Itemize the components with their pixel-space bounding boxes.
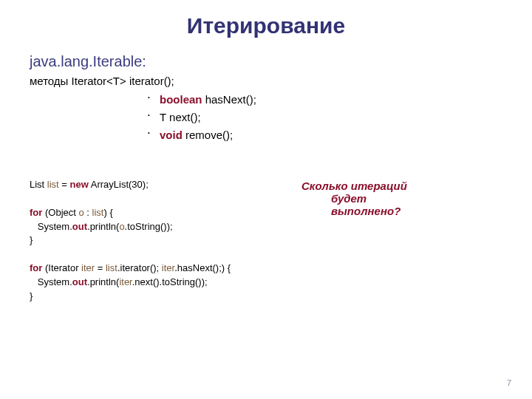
t: =: [59, 179, 70, 190]
t: iter: [162, 262, 174, 273]
t: list: [47, 179, 59, 190]
bullet-text: hasNext();: [202, 93, 256, 106]
question-line: Сколько итераций: [301, 180, 407, 192]
t: System.: [30, 276, 72, 287]
t: new: [70, 179, 89, 190]
iterable-heading: java.lang.Iterable:: [30, 53, 502, 70]
t: ArrayList(30);: [89, 179, 149, 190]
bullet-item: T next();: [148, 109, 502, 125]
t: }: [30, 234, 33, 245]
question-line: будет: [301, 192, 502, 205]
t: out: [72, 276, 87, 287]
bullet-item: void remove();: [148, 127, 502, 143]
method-bullets: boolean hasNext(); T next(); void remove…: [148, 92, 502, 143]
t: (Iterator: [42, 262, 81, 273]
t: iter: [81, 262, 95, 273]
t: .toString());: [125, 221, 173, 232]
t: (Object: [42, 207, 78, 218]
t: =: [95, 262, 106, 273]
t: for: [30, 207, 42, 218]
bullet-item: boolean hasNext();: [148, 92, 502, 107]
methods-line: методы Iterator<T> iterator();: [30, 75, 502, 87]
t: .println(: [87, 221, 119, 232]
slide: Итерирование java.lang.Iterable: методы …: [0, 0, 532, 399]
t: out: [72, 221, 87, 232]
t: for: [30, 262, 42, 273]
t: .println(: [87, 276, 119, 287]
columns: List list = new ArrayList(30); for (Obje…: [30, 178, 502, 304]
methods-prefix: методы: [30, 75, 68, 87]
t: List: [30, 179, 47, 190]
t: .next().toString());: [132, 276, 208, 287]
bullet-text: remove();: [183, 129, 233, 141]
keyword: void: [160, 129, 183, 141]
t: .hasNext();) {: [174, 262, 231, 273]
keyword: boolean: [160, 93, 202, 106]
code-example: List list = new ArrayList(30); for (Obje…: [30, 178, 290, 304]
methods-signature: Iterator<T> iterator();: [68, 75, 174, 87]
t: System.: [30, 221, 72, 232]
t: o: [119, 221, 124, 232]
slide-title: Итерирование: [30, 13, 502, 38]
t: list: [106, 262, 117, 273]
t: ) {: [103, 207, 112, 218]
t: :: [84, 207, 92, 218]
page-number: 7: [507, 378, 511, 387]
t: .iterator();: [117, 262, 162, 273]
bullet-text: T next();: [160, 111, 201, 123]
t: list: [92, 207, 104, 218]
question-line: выполнено?: [301, 205, 502, 217]
t: }: [30, 290, 33, 301]
t: iter: [119, 276, 132, 287]
question-text: Сколько итераций будет выполнено?: [290, 178, 502, 304]
t: o: [78, 207, 83, 218]
